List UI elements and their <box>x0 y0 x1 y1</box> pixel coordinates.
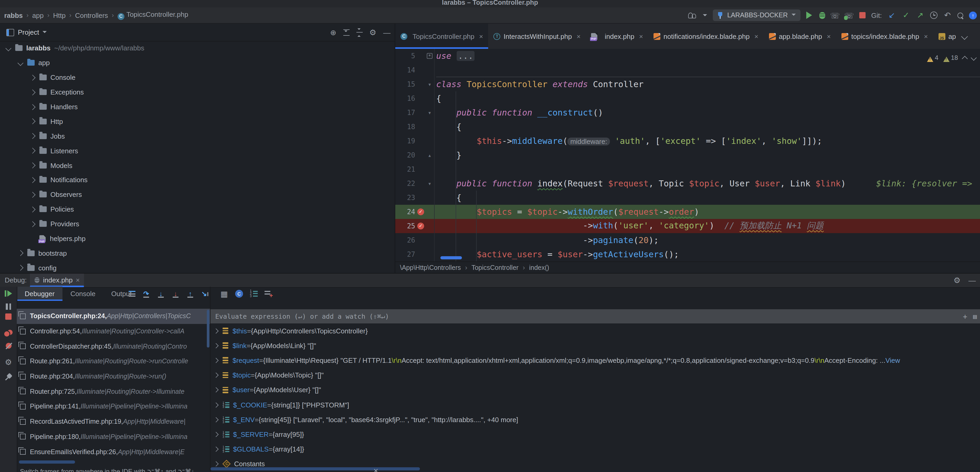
tree-chevron-icon[interactable] <box>30 191 36 198</box>
code-line-17[interactable]: 17▾ public function __construct() <box>395 105 980 120</box>
variable-row--globals[interactable]: $GLOBALS = {array[14]} <box>210 442 980 456</box>
expand-chevron-icon[interactable] <box>213 343 219 348</box>
tree-item-app[interactable]: app <box>0 56 395 70</box>
variable-row--request[interactable]: $request = {Illuminate\Http\Request} "GE… <box>210 353 980 368</box>
tree-chevron-icon[interactable] <box>30 89 36 95</box>
code-line-26[interactable]: 26 ->paginate(20); <box>395 233 980 247</box>
frame-row[interactable]: ControllerDispatcher.php:45, Illuminate|… <box>17 339 210 354</box>
close-icon[interactable]: × <box>754 32 758 40</box>
variable-row--server[interactable]: $_SERVER = {array[95]} <box>210 427 980 442</box>
run-to-cursor-icon[interactable]: ↘I <box>201 290 209 298</box>
debug-icon[interactable] <box>819 12 825 19</box>
users-icon[interactable] <box>688 12 697 19</box>
inspections-widget[interactable]: 4 18 <box>927 54 976 62</box>
expand-chevron-icon[interactable] <box>213 328 219 333</box>
breakpoint-icon[interactable]: ✓ <box>417 223 424 230</box>
hide-panel-icon[interactable]: — <box>969 277 976 283</box>
frame-row[interactable]: EnsureEmailIsVerified.php:26, App|Http|M… <box>17 444 210 459</box>
git-commit-icon[interactable]: ✓ <box>902 11 910 19</box>
editor-horizontal-scrollbar[interactable] <box>441 256 462 259</box>
fold-collapse-icon[interactable]: ▾ <box>428 110 431 115</box>
debug-tab-debugger[interactable]: Debugger <box>17 287 62 301</box>
git-push-icon[interactable]: ↗ <box>916 11 924 19</box>
tree-chevron-icon[interactable] <box>30 163 36 169</box>
force-step-into-icon[interactable]: ↓ <box>172 290 180 298</box>
layout-icon[interactable]: ▤ <box>973 313 977 320</box>
breadcrumb-item[interactable]: rabbs <box>4 11 23 19</box>
expand-chevron-icon[interactable] <box>213 432 219 437</box>
prev-problem-icon[interactable] <box>962 56 968 62</box>
editor-tab-TopicsController-php[interactable]: CTopicsController.php× <box>395 24 488 49</box>
tree-item-exceptions[interactable]: Exceptions <box>0 85 395 99</box>
tree-chevron-icon[interactable] <box>30 221 36 227</box>
breadcrumb-item[interactable]: Http <box>53 11 65 19</box>
expand-chevron-icon[interactable] <box>213 358 219 363</box>
code-line-22[interactable]: 22▾ public function index(Request $reque… <box>395 176 980 191</box>
tree-item-bootstrap[interactable]: bootstrap <box>0 246 395 261</box>
code-line-24[interactable]: 24✓ $topics = $topic->withOrder($request… <box>395 205 980 219</box>
tree-chevron-icon[interactable] <box>30 75 36 81</box>
expand-chevron-icon[interactable] <box>213 402 219 407</box>
code-line-25[interactable]: 25✓ ->with('user', 'category') // 预加载防止 … <box>395 219 980 233</box>
settings-gear-icon[interactable]: ⚙ <box>953 276 961 284</box>
fold-gutter[interactable]: ▾ <box>425 81 434 87</box>
code-line-16[interactable]: 16{ <box>395 91 980 105</box>
close-icon[interactable]: × <box>76 276 80 284</box>
tree-item-models[interactable]: Models <box>0 158 395 173</box>
code-line-23[interactable]: 23 { <box>395 191 980 205</box>
frame-row[interactable]: Pipeline.php:141, Illuminate|Pipeline|Pi… <box>17 399 210 414</box>
breakpoint-gutter[interactable]: ✓ <box>416 209 425 215</box>
pin-icon[interactable] <box>5 374 12 381</box>
frame-row[interactable]: Router.php:725, Illuminate|Routing|Route… <box>17 384 210 399</box>
pause-icon[interactable] <box>6 303 11 310</box>
attach-debugger-icon[interactable]: ☏ <box>831 11 839 19</box>
tree-chevron-icon[interactable] <box>18 250 24 256</box>
coverage-icon[interactable]: C <box>235 290 243 298</box>
search-icon[interactable] <box>958 12 963 18</box>
fold-gutter[interactable]: ▾ <box>425 181 434 186</box>
step-out-icon[interactable]: ↑ <box>186 290 194 298</box>
editor-tab-InteractsWithInput-php[interactable]: TInteractsWithInput.php× <box>488 24 586 49</box>
tree-chevron-icon[interactable] <box>30 104 36 110</box>
variable-row--this[interactable]: $this = {App\Http\Controllers\TopicsCont… <box>210 324 980 338</box>
tree-item-jobs[interactable]: Jobs <box>0 129 395 144</box>
code-line-19[interactable]: 19 $this->middleware(middleware: 'auth',… <box>395 134 980 148</box>
editor-tab-ap[interactable]: JSap <box>933 24 961 49</box>
update-project-icon[interactable]: ↑ <box>969 11 977 19</box>
close-icon[interactable]: × <box>639 32 643 40</box>
variable-row--topic[interactable]: $topic = {App\Models\Topic} "[]" <box>210 368 980 383</box>
add-icon[interactable]: + <box>963 312 967 321</box>
resume-icon[interactable] <box>5 290 12 297</box>
frame-row[interactable]: Pipeline.php:180, Illuminate|Pipeline|Pi… <box>17 429 210 444</box>
breadcrumb-namespace[interactable]: \App\Http\Controllers <box>400 264 461 271</box>
code-line-21[interactable]: 21 <box>395 162 980 176</box>
code-line-18[interactable]: 18 { <box>395 120 980 134</box>
close-icon[interactable]: × <box>924 32 928 40</box>
show-execution-point-icon[interactable] <box>129 291 135 297</box>
git-update-icon[interactable]: ↙ <box>888 11 896 19</box>
tree-item-handlers[interactable]: Handlers <box>0 99 395 114</box>
view-breakpoints-icon[interactable] <box>4 330 13 336</box>
expand-chevron-icon[interactable] <box>213 417 219 423</box>
history-icon[interactable] <box>930 11 937 19</box>
evaluate-expression-input[interactable]: Evaluate expression (↵) or add a watch (… <box>210 309 980 324</box>
tree-item-observers[interactable]: Observers <box>0 187 395 202</box>
fold-gutter[interactable]: ▴ <box>425 153 434 158</box>
debug-session-tab[interactable]: index.php × <box>30 274 84 287</box>
tree-item-config[interactable]: config <box>0 261 395 273</box>
add-watch-icon[interactable] <box>264 290 272 297</box>
hidden-tabs-dropdown-icon[interactable] <box>961 33 968 39</box>
settings-gear-icon[interactable]: ⚙ <box>369 28 376 36</box>
variable-row--cookie[interactable]: $_COOKIE = {string[1]} ["PHPSTORM"] <box>210 397 980 412</box>
breadcrumb-item[interactable]: Controllers <box>75 11 108 19</box>
expand-all-icon[interactable] <box>343 29 349 35</box>
tree-chevron-icon[interactable] <box>18 265 24 271</box>
chevron-down-icon[interactable] <box>703 14 707 18</box>
step-over-icon[interactable]: ↷ <box>142 290 150 298</box>
expand-chevron-icon[interactable] <box>213 461 219 467</box>
run-configuration-select[interactable]: LARABBS-DOCKER <box>713 10 800 21</box>
close-icon[interactable]: ✕ <box>373 467 379 472</box>
fold-collapse-icon[interactable]: ▾ <box>428 181 431 186</box>
code-editor[interactable]: 5+use ...1415▾class TopicsController ext… <box>395 49 980 262</box>
fold-end-icon[interactable]: ▴ <box>428 153 431 158</box>
